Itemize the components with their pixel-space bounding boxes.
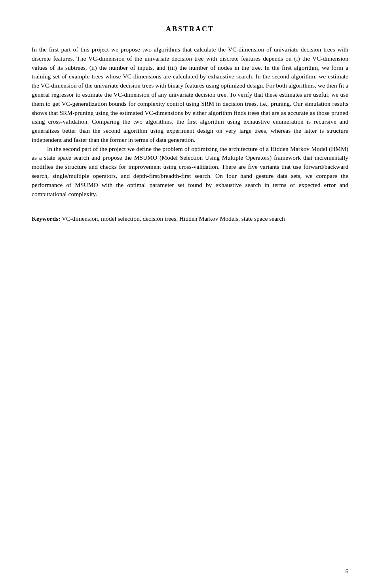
page: ABSTRACT In the first part of this proje…: [0, 0, 380, 588]
keywords-text: VC-dimension, model selection, decision …: [60, 215, 285, 222]
keywords-label: Keywords:: [32, 215, 60, 222]
page-number: 6: [346, 567, 349, 576]
paragraph-1: In the first part of this project we pro…: [32, 45, 348, 145]
abstract-title: ABSTRACT: [32, 24, 348, 34]
keywords-section: Keywords: VC-dimension, model selection,…: [32, 214, 348, 223]
abstract-body: In the first part of this project we pro…: [32, 45, 348, 199]
paragraph-2: In the second part of the project we def…: [32, 145, 348, 199]
